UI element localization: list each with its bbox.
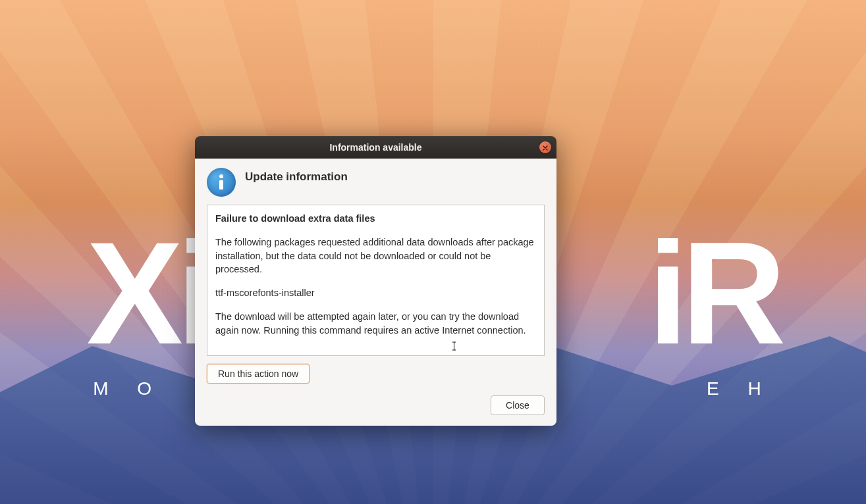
svg-rect-1 [219, 180, 223, 189]
action-row: Run this action now [207, 364, 545, 384]
footer-row: Close [207, 395, 545, 415]
dialog-header-title: Update information [245, 168, 348, 184]
wallpaper-text-left: Xi [86, 213, 210, 374]
close-icon [543, 142, 548, 153]
message-package: ttf-mscorefonts-installer [215, 286, 536, 299]
svg-point-0 [219, 174, 223, 178]
dialog-window: Information available Update information… [195, 136, 556, 426]
wallpaper-sub-right: E H [707, 378, 773, 399]
message-heading: Failure to download extra data files [215, 212, 536, 225]
info-icon [207, 168, 236, 197]
dialog-header-row: Update information [207, 168, 545, 197]
run-action-button[interactable]: Run this action now [207, 364, 310, 384]
message-box[interactable]: Failure to download extra data files The… [207, 205, 545, 356]
message-body-1: The following packages requested additio… [215, 236, 536, 276]
close-button[interactable] [539, 141, 551, 153]
message-body-2: The download will be attempted again lat… [215, 310, 536, 337]
close-dialog-button[interactable]: Close [491, 395, 545, 415]
titlebar[interactable]: Information available [195, 136, 556, 159]
wallpaper-text-right: iR [648, 213, 780, 374]
dialog-body: Update information Failure to download e… [195, 159, 556, 426]
wallpaper-sub-left: M O [93, 378, 163, 399]
window-title: Information available [329, 142, 421, 153]
